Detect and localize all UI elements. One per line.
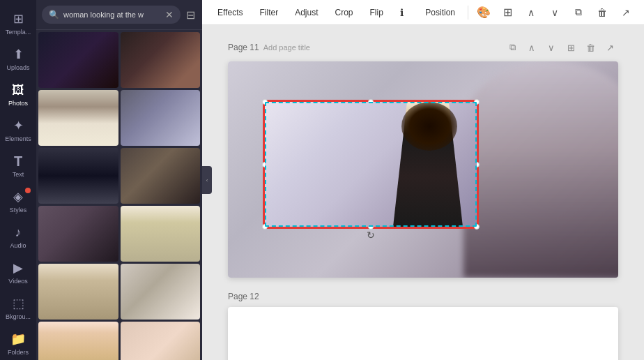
- videos-icon: ▶: [10, 260, 26, 276]
- sidebar: ⊞ Templa... ⬆ Uploads 🖼 Photos ✦ Element…: [0, 0, 36, 360]
- sidebar-item-audio[interactable]: ♪ Audio: [0, 219, 36, 255]
- search-input[interactable]: [63, 10, 161, 19]
- list-item[interactable]: [121, 264, 201, 320]
- filter-button[interactable]: ⊟: [185, 7, 197, 23]
- list-item[interactable]: [38, 206, 118, 262]
- up-arrow-button[interactable]: ∧: [521, 3, 541, 22]
- sidebar-item-photos[interactable]: 🖼 Photos: [0, 77, 36, 112]
- clear-search-button[interactable]: ✕: [165, 9, 174, 20]
- sidebar-item-text[interactable]: T Text: [0, 148, 36, 183]
- sidebar-item-label: Elements: [5, 135, 31, 142]
- page-11-delete-button[interactable]: 🗑: [582, 39, 599, 56]
- crop-frame: [265, 102, 477, 227]
- photos-icon: 🖼: [10, 82, 26, 98]
- effects-button[interactable]: Effects: [210, 5, 250, 20]
- page-11-duplicate-button[interactable]: ⊞: [562, 39, 579, 56]
- styles-badge: [25, 188, 31, 193]
- text-icon: T: [10, 153, 26, 169]
- list-item[interactable]: [121, 206, 201, 262]
- sidebar-item-elements[interactable]: ✦ Elements: [0, 112, 36, 148]
- elements-icon: ✦: [10, 118, 26, 133]
- page-11-label: Page 11 Add page title ⧉ ∧ ∨ ⊞ 🗑 ↗: [228, 39, 618, 56]
- list-item[interactable]: [38, 322, 118, 360]
- sidebar-item-label: Text: [13, 171, 24, 178]
- list-item[interactable]: [121, 322, 201, 360]
- photos-panel: 🔍 ✕ ⊟ ‹: [36, 0, 202, 360]
- photo-grid: [36, 30, 202, 360]
- search-icon: 🔍: [49, 10, 59, 20]
- page-11-copy-button[interactable]: ⧉: [504, 39, 521, 56]
- background-figure: [463, 61, 618, 278]
- toolbar-right: Position 🎨 ⊞ ∧ ∨ ⧉ 🗑 ↗: [418, 3, 636, 22]
- page-12-canvas[interactable]: [228, 307, 618, 360]
- page-11-number: Page 11: [228, 43, 259, 52]
- page-11-down-button[interactable]: ∨: [543, 39, 560, 56]
- share-button[interactable]: ↗: [616, 3, 636, 22]
- audio-icon: ♪: [10, 225, 26, 240]
- position-button[interactable]: Position: [418, 5, 462, 20]
- sidebar-item-label: Uploads: [6, 64, 29, 71]
- styles-icon: ◈: [10, 189, 26, 204]
- page-11-add-title[interactable]: Add page title: [263, 43, 310, 52]
- sidebar-item-label: Photos: [8, 100, 28, 107]
- sidebar-item-templates[interactable]: ⊞ Templa...: [0, 6, 36, 41]
- page-12-number: Page 12: [228, 292, 259, 301]
- down-arrow-button[interactable]: ∨: [545, 3, 565, 22]
- list-item[interactable]: [121, 148, 201, 204]
- crop-button[interactable]: Crop: [328, 5, 360, 20]
- selected-image-frame[interactable]: ↻: [263, 100, 479, 229]
- page-12-label: Page 12: [228, 292, 618, 301]
- flip-button[interactable]: Flip: [363, 5, 390, 20]
- uploads-icon: ⬆: [10, 47, 26, 62]
- toolbar: Effects Filter Adjust Crop Flip ℹ Positi…: [202, 0, 644, 25]
- rotation-handle[interactable]: ↻: [365, 230, 376, 241]
- sidebar-item-background[interactable]: ⬚ Bkgrou...: [0, 290, 36, 326]
- color-picker-button[interactable]: 🎨: [474, 3, 493, 22]
- main-content: Effects Filter Adjust Crop Flip ℹ Positi…: [202, 0, 644, 360]
- page-11-section: Page 11 Add page title ⧉ ∧ ∨ ⊞ 🗑 ↗: [228, 39, 618, 278]
- sidebar-item-label: Styles: [10, 207, 27, 213]
- canvas-area: Page 11 Add page title ⧉ ∧ ∨ ⊞ 🗑 ↗: [202, 25, 644, 360]
- sidebar-item-label: Templa...: [6, 29, 31, 36]
- sidebar-item-styles[interactable]: ◈ Styles: [0, 183, 36, 219]
- list-item[interactable]: [121, 32, 201, 88]
- duplicate-button[interactable]: ⧉: [569, 3, 588, 22]
- sidebar-item-label: Audio: [10, 242, 26, 249]
- filter-button[interactable]: Filter: [252, 5, 285, 20]
- page-11-canvas[interactable]: ↻: [228, 61, 618, 278]
- info-button[interactable]: ℹ: [393, 4, 411, 21]
- sidebar-item-label: Bkgrou...: [6, 313, 31, 320]
- background-icon: ⬚: [10, 296, 26, 311]
- sidebar-item-uploads[interactable]: ⬆ Uploads: [0, 41, 36, 77]
- search-bar: 🔍 ✕ ⊟: [36, 0, 202, 30]
- page-11-share-button[interactable]: ↗: [601, 39, 618, 56]
- sidebar-item-label: Videos: [8, 278, 27, 285]
- page-12-section: Page 12: [228, 292, 618, 360]
- adjust-button[interactable]: Adjust: [288, 5, 325, 20]
- page-11-actions: ⧉ ∧ ∨ ⊞ 🗑 ↗: [504, 39, 618, 56]
- list-item[interactable]: [38, 264, 118, 320]
- list-item[interactable]: [38, 148, 118, 204]
- list-item[interactable]: [38, 32, 118, 88]
- list-item[interactable]: [121, 90, 201, 146]
- templates-icon: ⊞: [10, 11, 26, 27]
- list-item[interactable]: [38, 90, 118, 146]
- sidebar-item-label: Folders: [8, 349, 29, 356]
- toolbar-divider: [468, 6, 468, 20]
- panel-collapse-button[interactable]: ‹: [202, 166, 212, 194]
- folders-icon: 📁: [10, 331, 26, 347]
- search-box[interactable]: 🔍 ✕: [42, 6, 181, 24]
- sidebar-item-videos[interactable]: ▶ Videos: [0, 255, 36, 290]
- sidebar-item-folders[interactable]: 📁 Folders: [0, 326, 36, 360]
- grid-button[interactable]: ⊞: [498, 3, 517, 22]
- delete-button[interactable]: 🗑: [592, 3, 612, 22]
- page-11-up-button[interactable]: ∧: [523, 39, 540, 56]
